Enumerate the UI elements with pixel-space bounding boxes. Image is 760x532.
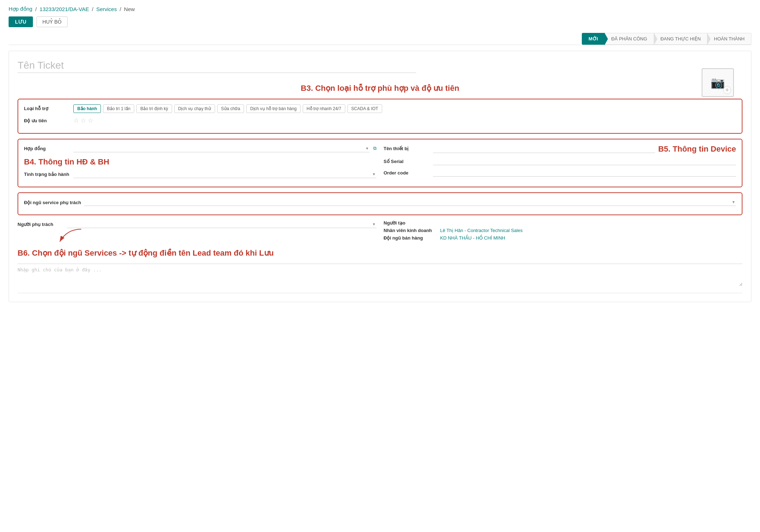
star-3[interactable]: ☆	[88, 117, 93, 124]
tag-bao-tri-1-lan[interactable]: Bảo trì 1 lần	[103, 104, 134, 113]
customer-label: B4. Thông tin HĐ & BH	[24, 156, 109, 167]
breadcrumb-hop-dong[interactable]: Hợp đồng	[9, 6, 32, 12]
status-step-done[interactable]: HOÀN THÀNH	[707, 33, 751, 45]
device-name-input[interactable]	[433, 145, 655, 153]
external-link-icon[interactable]: ⧉	[373, 146, 376, 151]
order-code-row: Order code	[384, 169, 736, 177]
device-name-row: Tên thiết bị B5. Thông tin Device	[384, 144, 736, 154]
breadcrumb-contract[interactable]: 13233/2021/DA-VAE	[40, 6, 89, 12]
ticket-name-input[interactable]	[18, 60, 416, 73]
step6-heading: B6. Chọn đội ngũ Services -> tự động điề…	[18, 248, 742, 258]
star-2[interactable]: ☆	[81, 117, 86, 124]
step3-heading: B3. Chọn loại hỗ trợ phù hợp và độ ưu ti…	[18, 84, 742, 93]
service-team-select[interactable]	[84, 198, 736, 206]
status-step-new[interactable]: MỚI	[582, 33, 605, 45]
serial-row: Số Serial	[384, 157, 736, 165]
tag-bao-hanh[interactable]: Bảo hành	[73, 104, 101, 113]
toolbar: LƯU HUỶ BỎ	[9, 16, 751, 27]
annotation-arrow	[53, 227, 88, 245]
pic-right: Người tạo Nhân viên kinh doanh Lê Thị Hâ…	[384, 220, 742, 243]
priority-stars: ☆ ☆ ☆	[73, 117, 93, 124]
sales-team-value: KD NHÀ THẦU - HỒ CHÍ MINH	[440, 235, 505, 241]
step3-section: Loại hỗ trợ Bảo hành Bảo trì 1 lần Bảo t…	[18, 99, 742, 134]
support-type-tags: Bảo hành Bảo trì 1 lần Bảo trì định kỳ D…	[73, 104, 382, 113]
warranty-row: Tình trạng bảo hành	[24, 170, 376, 178]
serial-input[interactable]	[433, 157, 736, 165]
tag-scada-iot[interactable]: SCADA & IOT	[347, 104, 382, 113]
tag-ho-tro-nhanh[interactable]: Hỗ trợ nhanh 24/7	[303, 104, 345, 113]
contract-row: Hợp đồng 13233/2021/DA-VAE ⧉	[24, 144, 376, 152]
tag-dich-vu-chay-thu[interactable]: Dịch vụ chạy thử	[174, 104, 215, 113]
service-team-label: Đội ngũ service phụ trách	[24, 198, 81, 206]
service-team-row: Đội ngũ service phụ trách	[24, 198, 736, 206]
step4-heading: B4. Thông tin HĐ & BH	[24, 157, 109, 166]
priority-label: Độ ưu tiên	[24, 117, 70, 123]
warranty-select[interactable]	[73, 170, 376, 178]
creator-label: Người tạo	[384, 220, 437, 226]
step5-column: Tên thiết bị B5. Thông tin Device Số Ser…	[384, 144, 736, 182]
save-button[interactable]: LƯU	[9, 16, 33, 27]
customer-row: B4. Thông tin HĐ & BH	[24, 156, 376, 167]
arrow-annotation	[53, 227, 88, 246]
breadcrumb: Hợp đồng / 13233/2021/DA-VAE / Services …	[9, 6, 751, 12]
sales-value: Lê Thị Hân - Contractor Technical Sales	[440, 228, 522, 233]
header-area: 📷 +	[18, 60, 742, 80]
support-type-row: Loại hỗ trợ Bảo hành Bảo trì 1 lần Bảo t…	[24, 104, 736, 113]
device-name-label: Tên thiết bị	[384, 144, 430, 151]
main-card: 📷 + B3. Chọn loại hỗ trợ phù hợp và độ ư…	[9, 51, 751, 302]
priority-row: Độ ưu tiên ☆ ☆ ☆	[24, 117, 736, 124]
creator-row: Người tạo	[384, 220, 742, 226]
serial-label: Số Serial	[384, 157, 430, 164]
status-step-in-progress[interactable]: ĐANG THỰC HIỆN	[654, 33, 708, 45]
pic-label: Người phụ trách	[18, 220, 64, 227]
pic-select[interactable]	[67, 220, 376, 228]
contract-input[interactable]: 13233/2021/DA-VAE	[73, 144, 370, 152]
pic-section: Người phụ trách	[18, 220, 742, 243]
two-col-layout: Hợp đồng 13233/2021/DA-VAE ⧉ B4. Thông t…	[24, 144, 736, 182]
support-type-label: Loại hỗ trợ	[24, 104, 70, 111]
bottom-divider-2	[18, 293, 742, 293]
service-team-section: Đội ngũ service phụ trách	[18, 192, 742, 215]
order-code-label: Order code	[384, 169, 430, 176]
comment-input[interactable]	[18, 264, 742, 286]
sales-team-label: Đội ngũ bán hàng	[384, 235, 437, 241]
tag-dich-vu-ho-tro-ban-hang[interactable]: Dịch vụ hỗ trợ bán hàng	[246, 104, 301, 113]
add-photo-icon: +	[723, 86, 731, 94]
pic-left: Người phụ trách	[18, 220, 376, 232]
pic-row: Người phụ trách	[18, 220, 376, 228]
step4-column: Hợp đồng 13233/2021/DA-VAE ⧉ B4. Thông t…	[24, 144, 376, 182]
breadcrumb-services[interactable]: Services	[96, 6, 117, 12]
contract-label: Hợp đồng	[24, 144, 70, 151]
tag-sua-chua[interactable]: Sửa chữa	[217, 104, 244, 113]
step4-5-section: Hợp đồng 13233/2021/DA-VAE ⧉ B4. Thông t…	[18, 139, 742, 187]
sales-label: Nhân viên kinh doanh	[384, 228, 437, 233]
step5-heading: B5. Thông tin Device	[658, 144, 736, 154]
status-bar: MỚI ĐÃ PHÂN CÔNG ĐANG THỰC HIỆN HOÀN THÀ…	[9, 33, 751, 45]
camera-icon: 📷	[711, 76, 725, 89]
star-1[interactable]: ☆	[73, 117, 79, 124]
sales-row: Nhân viên kinh doanh Lê Thị Hân - Contra…	[384, 228, 742, 233]
status-step-assigned[interactable]: ĐÃ PHÂN CÔNG	[605, 33, 654, 45]
order-code-input[interactable]	[433, 169, 736, 177]
photo-upload[interactable]: 📷 +	[702, 68, 734, 97]
tag-bao-tri-dinh-ky[interactable]: Bảo trì định kỳ	[136, 104, 172, 113]
warranty-label: Tình trạng bảo hành	[24, 170, 70, 177]
cancel-button[interactable]: HUỶ BỎ	[36, 16, 68, 27]
sales-team-row: Đội ngũ bán hàng KD NHÀ THẦU - HỒ CHÍ MI…	[384, 235, 742, 241]
breadcrumb-new: New	[124, 6, 135, 12]
